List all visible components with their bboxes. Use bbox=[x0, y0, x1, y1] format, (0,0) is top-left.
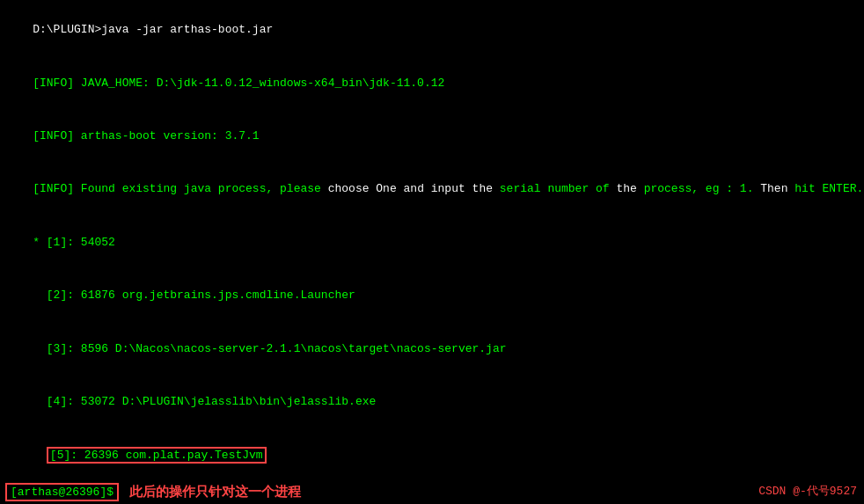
arthas-prompt: [arthas@26396]$ bbox=[11, 486, 113, 499]
process-2: [2]: 61876 org.jetbrains.jps.cmdline.Lau… bbox=[5, 269, 859, 322]
info-line-3: [INFO] Found existing java process, plea… bbox=[5, 163, 859, 215]
process-5-highlighted: [5]: 26396 com.plat.pay.TestJvm bbox=[5, 428, 859, 481]
process-1: * [1]: 54052 bbox=[5, 216, 859, 269]
cmd-line: D:\PLUGIN>java -jar arthas-boot.jar bbox=[5, 4, 859, 56]
process-4: [4]: 53072 D:\PLUGIN\jelasslib\bin\jelas… bbox=[5, 376, 859, 428]
process-3: [3]: 8596 D:\Nacos\nacos-server-2.1.1\na… bbox=[5, 323, 859, 376]
annotation-text: 此后的操作只针对这一个进程 bbox=[129, 484, 301, 500]
csdn-badge: CSDN @-代号9527 bbox=[758, 483, 857, 499]
terminal-window: D:\PLUGIN>java -jar arthas-boot.jar [INF… bbox=[0, 0, 864, 504]
info-line-1: [INFO] JAVA_HOME: D:\jdk-11.0.12_windows… bbox=[5, 56, 859, 109]
info-line-2: [INFO] arthas-boot version: 3.7.1 bbox=[5, 110, 859, 163]
arthas-prompt-box[interactable]: [arthas@26396]$ bbox=[5, 483, 119, 501]
process-5-box: [5]: 26396 com.plat.pay.TestJvm bbox=[47, 447, 267, 464]
bottom-bar: [arthas@26396]$ 此后的操作只针对这一个进程 CSDN @-代号9… bbox=[0, 480, 864, 504]
